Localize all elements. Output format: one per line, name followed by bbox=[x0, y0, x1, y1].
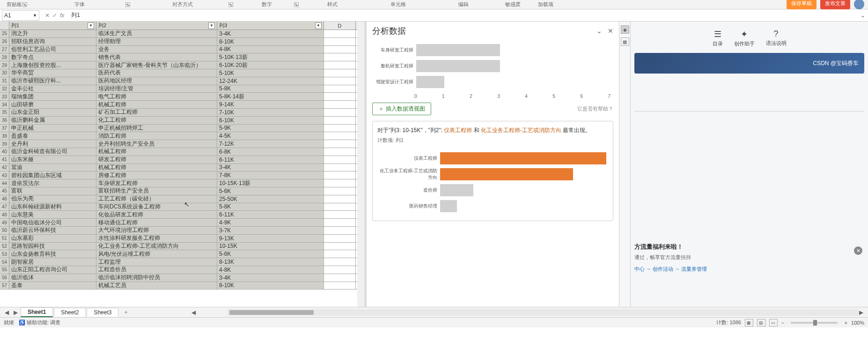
cell[interactable]: 思路智园科技 bbox=[9, 243, 96, 250]
row-number[interactable]: 50 bbox=[0, 227, 9, 234]
cell[interactable]: 8-13K bbox=[217, 258, 324, 266]
cell[interactable] bbox=[324, 101, 356, 108]
cell[interactable] bbox=[324, 227, 356, 234]
cell[interactable]: 富联 bbox=[9, 187, 96, 195]
table-row[interactable]: 51山东基彩水性涂料研发服务工程师9-13K bbox=[0, 235, 365, 243]
hscroll-left[interactable]: ◀ bbox=[190, 309, 198, 316]
row-number[interactable]: 31 bbox=[0, 77, 9, 85]
table-row[interactable]: 38盈盛泰消防工程师4-5K bbox=[0, 132, 365, 140]
select-all-corner[interactable] bbox=[0, 22, 9, 30]
cell[interactable] bbox=[324, 109, 356, 116]
column-header-c[interactable]: 列3▼ bbox=[217, 22, 324, 30]
row-number[interactable]: 43 bbox=[0, 171, 9, 179]
cell[interactable]: 史丹利 bbox=[9, 140, 96, 148]
cell[interactable] bbox=[324, 77, 356, 85]
table-row[interactable]: 27佰世利工艺品公司业务4-8K bbox=[0, 46, 365, 54]
cell[interactable]: 3-7K bbox=[217, 227, 324, 234]
enter-icon[interactable]: ✓ bbox=[52, 12, 57, 19]
filter-icon[interactable]: ▼ bbox=[208, 22, 215, 29]
cell[interactable]: 山东金扬教育科技 bbox=[9, 250, 96, 258]
cell[interactable]: 9-14K bbox=[217, 101, 324, 108]
tab-assist[interactable]: ✦创作助手 bbox=[734, 29, 755, 47]
row-number[interactable]: 33 bbox=[0, 93, 9, 100]
cell-icon[interactable]: ▦ bbox=[621, 37, 629, 46]
cell[interactable]: 上海微创投资控股... bbox=[9, 61, 96, 69]
cell[interactable]: 临沂临沭招聘消防中控员 bbox=[96, 274, 217, 282]
cell[interactable] bbox=[324, 282, 356, 290]
column-header-a[interactable]: 列1▼ bbox=[9, 22, 96, 30]
cell[interactable]: 临沂市硕熙医疗科... bbox=[9, 77, 96, 85]
cell[interactable] bbox=[324, 258, 356, 266]
cell[interactable]: 盈盛泰 bbox=[9, 132, 96, 140]
cell[interactable] bbox=[324, 274, 356, 282]
table-row[interactable]: 56临沂临沭临沂临沭招聘消防中控员3-4K bbox=[0, 274, 365, 282]
cell[interactable] bbox=[324, 156, 356, 163]
cell[interactable]: 3-4K bbox=[217, 164, 324, 171]
table-row[interactable]: 39史丹利史丹利招聘生产安全员7-12K bbox=[0, 140, 365, 148]
zoom-level[interactable]: 100% bbox=[851, 320, 864, 326]
close-icon[interactable]: ✕ bbox=[608, 27, 613, 35]
cell[interactable] bbox=[324, 140, 356, 148]
table-row[interactable]: 32金丰公社培训经理/主管5-8K bbox=[0, 85, 365, 93]
cell[interactable]: 临沂临沭 bbox=[9, 274, 96, 282]
cell[interactable]: 金丰公社 bbox=[9, 85, 96, 93]
zoom-slider[interactable] bbox=[791, 322, 838, 324]
cell[interactable]: 4-8K bbox=[217, 266, 324, 274]
sheet-tab-1[interactable]: Sheet1 bbox=[21, 307, 53, 317]
table-row[interactable]: 54朗智家居工程监理8-13K bbox=[0, 258, 365, 266]
dialog-launcher-icon[interactable]: ⬊ bbox=[294, 2, 299, 7]
row-number[interactable]: 38 bbox=[0, 132, 9, 140]
view-break-icon[interactable]: ▭ bbox=[769, 319, 778, 327]
table-row[interactable]: 41山东米娅研发工程师6-11K bbox=[0, 156, 365, 164]
cell[interactable]: 化工业务工程师-工艺或消防方向 bbox=[96, 243, 217, 250]
cell[interactable]: 3-4K bbox=[217, 274, 324, 282]
cell[interactable]: 5-6K bbox=[217, 250, 324, 258]
cell[interactable]: 伯乐为亮 bbox=[9, 195, 96, 203]
chevron-down-icon[interactable]: ▼ bbox=[33, 13, 37, 18]
cell[interactable]: 移动通信工程师 bbox=[96, 219, 217, 226]
cell[interactable]: 碧桂园集团山东区域 bbox=[9, 171, 96, 179]
close-ad-icon[interactable]: ✕ bbox=[854, 246, 862, 255]
table-row[interactable]: 30华辛商贸医药代表5-10K bbox=[0, 69, 365, 77]
cell[interactable]: 道依茨法尔 bbox=[9, 179, 96, 187]
cell[interactable]: 6-10K bbox=[217, 117, 324, 124]
cell[interactable] bbox=[324, 235, 356, 242]
tab-toc[interactable]: ☰目录 bbox=[713, 29, 723, 47]
cell[interactable]: 4-9K bbox=[217, 219, 324, 226]
cell[interactable] bbox=[324, 250, 356, 258]
dialog-launcher-icon[interactable]: ⬊ bbox=[228, 2, 233, 7]
cell[interactable]: 电气工程师 bbox=[96, 93, 217, 100]
cell[interactable]: 房修工程师 bbox=[96, 171, 217, 179]
cell[interactable]: 12-24K bbox=[217, 77, 324, 85]
cell[interactable]: 车身研发工程师 bbox=[96, 179, 217, 187]
cell[interactable]: 机械工程师 bbox=[96, 164, 217, 171]
table-row[interactable]: 37申正机械申正机械招聘焊工5-9K bbox=[0, 125, 365, 133]
cell[interactable] bbox=[324, 93, 356, 100]
table-row[interactable]: 50临沂蔚云环保科技大气环境治理工程师3-7K bbox=[0, 227, 365, 235]
cell[interactable]: 华辛商贸 bbox=[9, 69, 96, 77]
cell[interactable] bbox=[324, 148, 356, 156]
cell[interactable]: 医药代表 bbox=[96, 69, 217, 77]
filter-icon[interactable]: ▼ bbox=[315, 22, 322, 29]
dialog-launcher-icon[interactable]: ⬊ bbox=[22, 2, 27, 7]
cell[interactable]: 工程造价员 bbox=[96, 266, 217, 274]
cell[interactable]: 车间DCS系统设备工程师 bbox=[96, 203, 217, 211]
save-draft-button[interactable]: 保存草稿 bbox=[787, 0, 817, 9]
cell[interactable] bbox=[324, 211, 356, 218]
cell[interactable] bbox=[324, 219, 356, 226]
fx-icon[interactable]: fx bbox=[60, 12, 64, 19]
accessibility-status[interactable]: ♿ 辅助功能: 调查 bbox=[19, 319, 60, 326]
column-header-d[interactable]: D bbox=[324, 22, 356, 30]
cell[interactable]: 25-50K bbox=[217, 195, 324, 203]
table-row[interactable]: 34山田研磨机械工程师9-14K bbox=[0, 101, 365, 109]
sheet-tab-3[interactable]: Sheet3 bbox=[87, 308, 118, 317]
cell[interactable] bbox=[324, 69, 356, 77]
row-number[interactable]: 41 bbox=[0, 156, 9, 163]
cell[interactable]: 招联信息咨询 bbox=[9, 38, 96, 45]
cell[interactable]: 山东基彩 bbox=[9, 235, 96, 242]
table-row[interactable]: 36临沂鹏科金属化工工程师6-10K bbox=[0, 117, 365, 125]
cell[interactable]: 4-5K bbox=[217, 132, 324, 140]
cell[interactable]: 山田研磨 bbox=[9, 101, 96, 108]
table-row[interactable]: 47山东科翰硅源新材料车间DCS系统设备工程师5-8K bbox=[0, 203, 365, 211]
sheet-nav-prev[interactable]: ◀ bbox=[3, 309, 11, 316]
